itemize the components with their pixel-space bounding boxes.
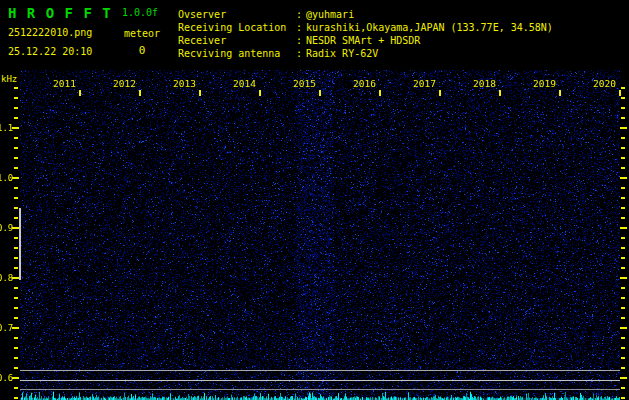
y-axis-minor-tick-right — [621, 237, 625, 239]
y-axis-minor-tick-right — [621, 167, 625, 169]
x-axis-tick-label: 2015 — [286, 79, 316, 89]
info-value: @yuhmari — [306, 8, 553, 21]
y-axis-major-tick — [12, 277, 19, 279]
x-axis-tick-label: 2013 — [166, 79, 196, 89]
y-axis-minor-tick — [14, 357, 18, 359]
y-axis-minor-tick — [14, 257, 18, 259]
info-value: Radix RY-62V — [306, 47, 553, 60]
info-value: kurashiki,Okayama,JAPAN (133.77E, 34.58N… — [306, 21, 553, 34]
y-axis-minor-tick-right — [621, 367, 625, 369]
x-axis-tick — [499, 90, 501, 96]
x-axis-tick — [379, 90, 381, 96]
y-axis-major-tick-right — [620, 277, 627, 279]
x-axis-tick-label: 2014 — [226, 79, 256, 89]
datetime: 25.12.22 20:10 — [8, 46, 92, 57]
x-axis-tick — [139, 90, 141, 96]
info-separator: : — [296, 34, 306, 47]
y-axis-minor-tick — [14, 307, 18, 309]
y-axis-minor-tick — [14, 197, 18, 199]
y-axis-minor-tick — [14, 167, 18, 169]
spectrogram-canvas — [20, 70, 620, 400]
y-axis-minor-tick — [14, 107, 18, 109]
y-axis-major-tick-right — [620, 327, 627, 329]
y-axis-minor-tick-right — [621, 117, 625, 119]
x-axis-tick — [559, 90, 561, 96]
y-axis-minor-tick-right — [621, 217, 625, 219]
x-axis-tick-label: 2017 — [406, 79, 436, 89]
info-label: Receiving Location — [178, 21, 296, 34]
x-axis-tick — [619, 90, 621, 96]
y-axis-minor-tick-right — [621, 257, 625, 259]
x-axis-tick-label: 2012 — [106, 79, 136, 89]
y-axis-minor-tick-right — [621, 297, 625, 299]
y-axis-tick-label: 0.9 — [0, 223, 13, 233]
app-version: 1.0.0f — [122, 7, 158, 18]
y-axis-tick-label: 0.6 — [0, 373, 13, 383]
x-axis-tick-label: 2020 — [586, 79, 616, 89]
y-axis-minor-tick-right — [621, 357, 625, 359]
y-axis-minor-tick — [14, 157, 18, 159]
meteor-counter-label: meteor — [120, 28, 164, 39]
x-axis-tick-label: 2011 — [46, 79, 76, 89]
y-axis-minor-tick-right — [621, 317, 625, 319]
y-axis-minor-tick-right — [621, 87, 625, 89]
y-axis-minor-tick-right — [621, 187, 625, 189]
y-axis-major-tick — [12, 127, 19, 129]
y-axis-minor-tick — [14, 87, 18, 89]
y-axis-major-tick — [12, 227, 19, 229]
y-axis-minor-tick — [14, 387, 18, 389]
hrofft-screen: H R O F F T 1.0.0f 2512222010.png 25.12.… — [0, 0, 629, 400]
info-label: Recviving antenna — [178, 47, 296, 60]
info-row-antenna: Recviving antenna : Radix RY-62V — [178, 47, 553, 60]
y-axis-major-tick-right — [620, 127, 627, 129]
y-axis-major-tick — [12, 377, 19, 379]
y-axis-minor-tick — [14, 347, 18, 349]
y-axis-minor-tick-right — [621, 137, 625, 139]
y-axis-minor-tick — [14, 317, 18, 319]
y-axis-minor-tick-right — [621, 147, 625, 149]
info-separator: : — [296, 8, 306, 21]
x-axis-tick — [79, 90, 81, 96]
info-row-location: Receiving Location : kurashiki,Okayama,J… — [178, 21, 553, 34]
x-axis-tick — [199, 90, 201, 96]
y-axis-minor-tick — [14, 97, 18, 99]
info-label: Ovserver — [178, 8, 296, 21]
y-axis-minor-tick — [14, 247, 18, 249]
y-axis-major-tick-right — [620, 227, 627, 229]
y-axis-minor-tick-right — [621, 387, 625, 389]
y-axis-minor-tick-right — [621, 267, 625, 269]
y-axis-minor-tick-right — [621, 197, 625, 199]
info-value: NESDR SMArt + HDSDR — [306, 34, 553, 47]
info-row-receiver: Receiver : NESDR SMArt + HDSDR — [178, 34, 553, 47]
y-axis-tick-label: 1.1 — [0, 123, 13, 133]
x-axis-tick — [319, 90, 321, 96]
y-axis-minor-tick — [14, 297, 18, 299]
y-axis-minor-tick — [14, 187, 18, 189]
y-axis-minor-tick — [14, 397, 18, 399]
y-axis-minor-tick-right — [621, 307, 625, 309]
y-axis-tick-label: 1.0 — [0, 173, 13, 183]
y-axis-minor-tick — [14, 287, 18, 289]
y-axis-minor-tick — [14, 267, 18, 269]
y-axis-major-tick-right — [620, 377, 627, 379]
y-axis-major-tick-right — [620, 177, 627, 179]
info-row-observer: Ovserver : @yuhmari — [178, 8, 553, 21]
x-axis-tick-label: 2018 — [466, 79, 496, 89]
y-axis-minor-tick-right — [621, 247, 625, 249]
x-axis-tick — [259, 90, 261, 96]
y-axis-major-tick — [12, 177, 19, 179]
y-axis-minor-tick-right — [621, 347, 625, 349]
y-axis-minor-tick-right — [621, 337, 625, 339]
info-separator: : — [296, 47, 306, 60]
y-axis-minor-tick-right — [621, 207, 625, 209]
y-axis-unit-label: kHz — [1, 74, 17, 84]
info-label: Receiver — [178, 34, 296, 47]
output-filename: 2512222010.png — [8, 27, 92, 38]
y-axis-minor-tick — [14, 207, 18, 209]
y-axis-minor-tick — [14, 367, 18, 369]
y-axis-minor-tick — [14, 217, 18, 219]
y-axis-tick-label: 0.7 — [0, 323, 13, 333]
signal-meter-bar — [19, 208, 21, 280]
station-info-block: Ovserver : @yuhmari Receiving Location :… — [178, 8, 553, 60]
y-axis-minor-tick — [14, 117, 18, 119]
